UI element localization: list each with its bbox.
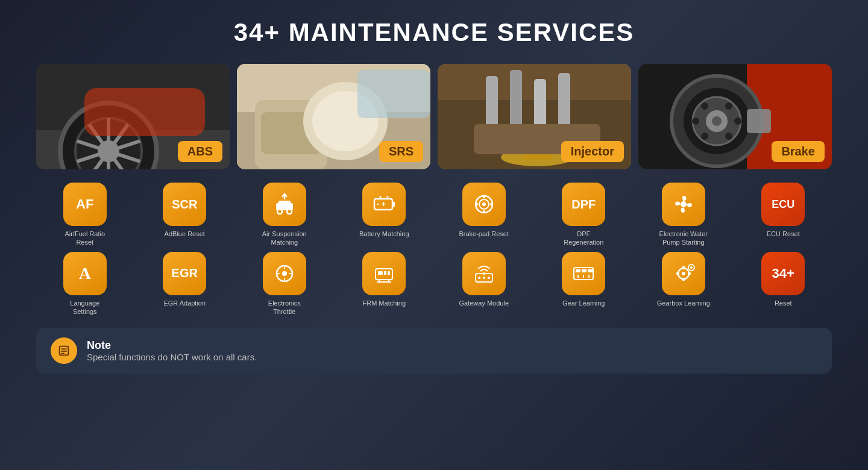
svg-rect-47 bbox=[392, 202, 395, 207]
svg-point-56 bbox=[483, 210, 485, 213]
icon-item-brake-pad[interactable]: Brake-pad Reset bbox=[435, 183, 533, 247]
scr-symbol: SCR bbox=[172, 198, 197, 212]
svg-point-43 bbox=[277, 209, 282, 214]
note-bar: Note Special functions do NOT work on al… bbox=[36, 328, 832, 374]
icon-box-language: A bbox=[63, 252, 107, 295]
icon-item-egr[interactable]: EGR EGR Adaption bbox=[136, 252, 234, 316]
svg-point-92 bbox=[690, 266, 693, 269]
svg-rect-42 bbox=[278, 201, 291, 205]
frm-icon bbox=[371, 260, 397, 287]
image-cards-row: ABS SRS bbox=[36, 64, 832, 169]
icon-box-brake-pad bbox=[462, 183, 506, 226]
note-content: Note Special functions do NOT work on al… bbox=[87, 339, 257, 362]
svg-rect-68 bbox=[384, 271, 386, 275]
svg-rect-89 bbox=[676, 272, 679, 275]
brake-pad-label: Brake-pad Reset bbox=[459, 230, 509, 238]
svg-rect-79 bbox=[576, 269, 580, 272]
gear-dial-icon bbox=[570, 260, 597, 287]
icon-item-reset[interactable]: 34+ Reset bbox=[735, 252, 832, 316]
icon-item-frm[interactable]: FRM Matching bbox=[336, 252, 433, 316]
egr-label: EGR Adaption bbox=[163, 299, 206, 307]
icon-item-air-suspension[interactable]: Air Suspension Matching bbox=[236, 183, 333, 247]
svg-point-32 bbox=[701, 102, 708, 110]
svg-point-54 bbox=[482, 202, 486, 206]
svg-point-33 bbox=[725, 102, 732, 110]
svg-point-61 bbox=[282, 271, 287, 276]
language-symbol: A bbox=[79, 264, 91, 283]
dpf-symbol: DPF bbox=[571, 198, 596, 212]
svg-point-37 bbox=[734, 118, 741, 125]
battery-icon: + bbox=[371, 191, 397, 218]
card-brake[interactable]: Brake bbox=[638, 64, 832, 169]
icon-item-scr[interactable]: SCR AdBlue Reset bbox=[136, 183, 234, 247]
router-icon bbox=[471, 260, 497, 287]
icon-item-water-pump[interactable]: Electronic Water Pump Starting bbox=[635, 183, 732, 247]
icon-box-frm bbox=[362, 252, 406, 295]
icon-item-af[interactable]: AF Air/Fuel Ratio Reset bbox=[36, 183, 134, 247]
ecu-symbol: ECU bbox=[772, 198, 794, 211]
air-suspension-label: Air Suspension Matching bbox=[257, 230, 312, 247]
svg-rect-90 bbox=[688, 272, 691, 275]
icon-box-reset: 34+ bbox=[761, 252, 805, 295]
reset-label: Reset bbox=[775, 299, 792, 307]
icon-item-throttle[interactable]: Electronics Throttle bbox=[236, 252, 333, 316]
scr-label: AdBlue Reset bbox=[165, 230, 205, 238]
note-list-icon bbox=[57, 344, 71, 357]
icon-box-ecu: ECU bbox=[761, 183, 805, 226]
frm-label: FRM Matching bbox=[362, 299, 406, 307]
icon-box-gear bbox=[562, 252, 605, 295]
icon-item-language[interactable]: A Language Settings bbox=[36, 252, 134, 316]
svg-rect-80 bbox=[582, 269, 587, 272]
svg-point-75 bbox=[483, 277, 485, 279]
svg-point-86 bbox=[682, 272, 685, 275]
card-brake-label: Brake bbox=[772, 141, 825, 162]
icon-box-water-pump bbox=[662, 183, 705, 226]
svg-point-58 bbox=[490, 203, 492, 205]
ecu-label: ECU Reset bbox=[767, 230, 800, 238]
icon-box-throttle bbox=[263, 252, 306, 295]
icon-box-egr: EGR bbox=[163, 252, 206, 295]
af-symbol: AF bbox=[76, 196, 93, 212]
icon-box-dpf: DPF bbox=[562, 183, 605, 226]
svg-point-76 bbox=[488, 277, 490, 279]
throttle-label: Electronics Throttle bbox=[257, 299, 312, 316]
card-abs-label: ABS bbox=[178, 141, 222, 162]
battery-label: Battery Matching bbox=[359, 230, 409, 238]
icon-box-gateway bbox=[462, 252, 506, 295]
card-injector[interactable]: Injector bbox=[438, 64, 631, 169]
icon-item-ecu[interactable]: ECU ECU Reset bbox=[735, 183, 832, 247]
svg-rect-67 bbox=[378, 271, 383, 275]
icon-box-af: AF bbox=[63, 183, 107, 226]
svg-point-74 bbox=[478, 277, 480, 279]
card-abs[interactable]: ABS bbox=[36, 64, 230, 169]
gateway-label: Gateway Module bbox=[459, 299, 509, 307]
icon-box-battery: + bbox=[362, 183, 406, 226]
svg-point-55 bbox=[483, 196, 485, 198]
icon-item-gearbox[interactable]: Gearbox Learning bbox=[635, 252, 732, 316]
svg-point-36 bbox=[692, 118, 699, 125]
icon-item-gear[interactable]: Gear Learning bbox=[535, 252, 633, 316]
icon-item-gateway[interactable]: Gateway Module bbox=[435, 252, 533, 316]
svg-point-44 bbox=[287, 209, 292, 214]
icon-box-air-suspension bbox=[263, 183, 306, 226]
icon-item-battery[interactable]: + Battery Matching bbox=[336, 183, 433, 247]
svg-rect-81 bbox=[588, 269, 593, 272]
card-srs[interactable]: SRS bbox=[237, 64, 430, 169]
water-pump-label: Electronic Water Pump Starting bbox=[656, 230, 711, 247]
egr-symbol: EGR bbox=[172, 266, 198, 280]
svg-rect-17 bbox=[357, 70, 430, 118]
svg-point-35 bbox=[725, 133, 732, 140]
card-injector-label: Injector bbox=[561, 141, 624, 162]
svg-text:+: + bbox=[382, 200, 386, 208]
page-title: 34+ MAINTENANCE SERVICES bbox=[234, 18, 635, 47]
note-description: Special functions do NOT work on all car… bbox=[87, 352, 257, 362]
svg-point-77 bbox=[483, 272, 485, 275]
icon-item-dpf[interactable]: DPF DPF Regeneration bbox=[535, 183, 633, 247]
fan-icon bbox=[670, 191, 697, 218]
svg-rect-88 bbox=[682, 278, 685, 281]
language-label: Language Settings bbox=[58, 299, 112, 316]
car-up-icon bbox=[271, 191, 298, 218]
note-title: Note bbox=[87, 339, 257, 352]
svg-rect-87 bbox=[682, 266, 685, 269]
icons-grid: AF Air/Fuel Ratio Reset SCR AdBlue Reset… bbox=[36, 183, 832, 316]
